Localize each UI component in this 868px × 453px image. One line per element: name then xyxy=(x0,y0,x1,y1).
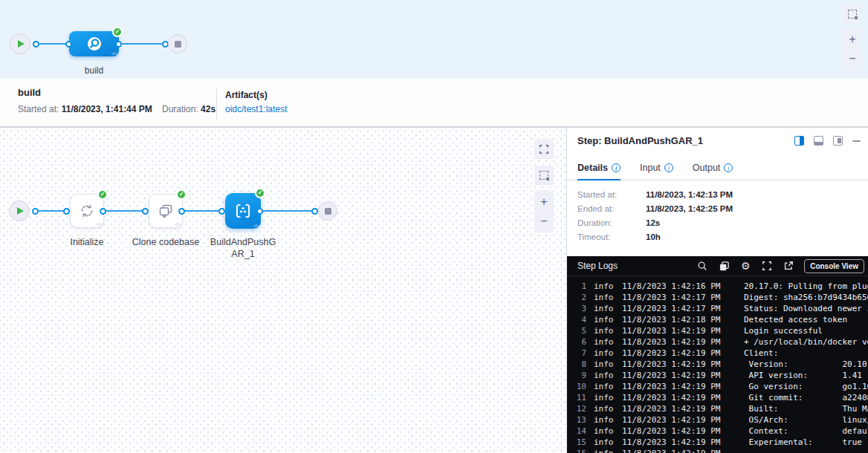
execution-start-node[interactable] xyxy=(9,201,30,221)
log-level: info xyxy=(594,281,616,292)
execution-canvas[interactable]: ✓ </> ✓ </> ✓ </> xyxy=(0,128,566,453)
log-line[interactable]: 14 info 11/8/2023 1:42:19 PM Context: de… xyxy=(567,426,868,437)
detail-label: Timeout: xyxy=(577,232,646,241)
log-line[interactable]: 3 info 11/8/2023 1:42:17 PM Status: Down… xyxy=(567,303,868,314)
canvas-fullscreen-button[interactable] xyxy=(534,140,554,159)
log-line[interactable]: 9 info 11/8/2023 1:42:19 PM API version:… xyxy=(567,370,868,381)
log-line[interactable]: 1 info 11/8/2023 1:42:16 PM 20.17.0: Pul… xyxy=(567,281,868,292)
success-check-icon: ✓ xyxy=(255,188,265,198)
log-message: Go version: go1.16.15 xyxy=(744,381,868,392)
stage-node-build[interactable]: ✓ </> xyxy=(69,31,119,56)
log-level: info xyxy=(594,392,616,403)
log-timestamp: 11/8/2023 1:42:19 PM xyxy=(622,403,728,414)
step-details-panel: Step: BuildAndPushGAR_1 Details i Input … xyxy=(566,128,868,453)
log-lines[interactable]: 1 info 11/8/2023 1:42:16 PM 20.17.0: Pul… xyxy=(567,276,868,453)
log-timestamp: 11/8/2023 1:42:19 PM xyxy=(622,325,728,336)
zoom-in-button[interactable]: + xyxy=(843,30,862,49)
tab-output[interactable]: Output i xyxy=(693,157,733,180)
info-icon: i xyxy=(724,163,733,172)
log-line-number: 2 xyxy=(567,292,586,303)
zoom-out-button[interactable]: − xyxy=(534,212,554,231)
log-line[interactable]: 12 info 11/8/2023 1:42:19 PM Built: Thu … xyxy=(567,403,868,414)
edge-line xyxy=(39,210,66,212)
log-level: info xyxy=(594,336,616,348)
connector-port xyxy=(115,41,122,48)
log-message: Digest: sha256:b7d9434b65010f038f8ec xyxy=(744,292,868,303)
ci-build-icon xyxy=(86,36,103,52)
log-level: info xyxy=(594,437,616,448)
log-line-number: 3 xyxy=(567,303,586,314)
layout-bottom-view-icon[interactable] xyxy=(814,136,823,146)
log-open-external-button[interactable] xyxy=(783,260,794,272)
log-settings-button[interactable]: ⚙ xyxy=(739,260,751,272)
log-line-number: 1 xyxy=(567,281,586,292)
log-line[interactable]: 7 info 11/8/2023 1:42:19 PM Client: xyxy=(567,348,868,359)
log-line-number: 16 xyxy=(567,448,586,453)
execution-end-node[interactable] xyxy=(318,201,337,221)
log-line[interactable]: 5 info 11/8/2023 1:42:19 PM Login succes… xyxy=(567,325,868,336)
tab-input[interactable]: Input i xyxy=(640,157,673,180)
log-expand-button[interactable] xyxy=(761,260,773,272)
log-line[interactable]: 10 info 11/8/2023 1:42:19 PM Go version:… xyxy=(567,381,868,392)
edge-line xyxy=(185,210,221,212)
zoom-out-button[interactable]: − xyxy=(843,49,862,68)
code-glyph-icon: </> xyxy=(96,222,101,226)
log-line-number: 6 xyxy=(567,336,586,348)
step-logs-panel: Step Logs ⚙ xyxy=(567,256,868,453)
console-view-button[interactable]: Console View xyxy=(804,259,864,273)
pipeline-end-node[interactable] xyxy=(168,34,187,53)
log-line-number: 13 xyxy=(567,414,586,426)
tab-details[interactable]: Details i xyxy=(577,157,621,180)
log-line[interactable]: 16 info 11/8/2023 1:42:19 PM xyxy=(567,448,868,453)
log-level: info xyxy=(594,359,616,370)
layout-split-view-icon[interactable] xyxy=(794,136,804,146)
pipeline-start-node[interactable] xyxy=(10,33,30,54)
log-line-number: 10 xyxy=(567,381,586,392)
success-check-icon: ✓ xyxy=(97,189,108,200)
log-level: info xyxy=(594,448,616,453)
duration-value: 42s xyxy=(201,104,216,114)
stop-icon xyxy=(325,208,331,215)
gar-icon xyxy=(233,201,253,221)
log-search-button[interactable] xyxy=(696,260,708,272)
log-message: Built: Thu Mar 24 01:45 xyxy=(744,403,868,414)
log-line-number: 4 xyxy=(567,314,586,325)
connector-port xyxy=(65,41,72,48)
started-at-label: Started at: xyxy=(18,104,59,114)
log-line[interactable]: 13 info 11/8/2023 1:42:19 PM OS/Arch: li… xyxy=(567,414,868,426)
tab-output-label: Output xyxy=(693,163,721,173)
log-line[interactable]: 4 info 11/8/2023 1:42:18 PM Detected acc… xyxy=(567,314,868,325)
log-message: Git commit: a224086 xyxy=(744,392,868,403)
edge-line xyxy=(263,210,311,212)
stop-icon xyxy=(175,41,181,48)
log-line[interactable]: 6 info 11/8/2023 1:42:19 PM + /usr/local… xyxy=(567,336,868,348)
pipeline-execution-page: ✓ </> build + − build Started at: 11/8/2… xyxy=(0,0,868,453)
log-message: Client: xyxy=(744,348,868,359)
log-line[interactable]: 2 info 11/8/2023 1:42:17 PM Digest: sha2… xyxy=(567,292,868,303)
minimize-icon[interactable] xyxy=(852,140,861,142)
log-timestamp: 11/8/2023 1:42:16 PM xyxy=(622,281,728,292)
connector-port xyxy=(218,208,225,215)
artifact-link[interactable]: oidc/test1:latest xyxy=(225,104,287,114)
log-line[interactable]: 15 info 11/8/2023 1:42:19 PM Experimenta… xyxy=(567,437,868,448)
layout-right-view-icon[interactable] xyxy=(833,136,843,146)
log-line-number: 9 xyxy=(567,370,586,381)
band-select-tool-button[interactable] xyxy=(843,4,862,24)
connector-port xyxy=(32,208,39,215)
log-line[interactable]: 11 info 11/8/2023 1:42:19 PM Git commit:… xyxy=(567,392,868,403)
zoom-in-button[interactable]: + xyxy=(534,192,554,212)
step-logs-header: Step Logs ⚙ xyxy=(567,256,868,276)
step-node-build-and-push-gar[interactable]: ✓ </> xyxy=(225,193,261,229)
log-line[interactable]: 8 info 11/8/2023 1:42:19 PM Version: 20.… xyxy=(567,359,868,370)
detail-value: 12s xyxy=(646,218,660,227)
tab-details-label: Details xyxy=(577,163,608,173)
log-line-number: 5 xyxy=(567,325,586,336)
log-copy-button[interactable] xyxy=(718,260,730,272)
external-link-icon xyxy=(783,261,794,271)
detail-row-timeout: Timeout: 10h xyxy=(577,232,733,241)
canvas-select-tool-button[interactable] xyxy=(534,166,554,185)
fullscreen-icon xyxy=(539,144,549,154)
detail-row-ended: Ended at: 11/8/2023, 1:42:25 PM xyxy=(577,204,733,213)
info-icon: i xyxy=(612,163,621,172)
step-label-clone-codebase: Clone codebase xyxy=(130,236,201,248)
